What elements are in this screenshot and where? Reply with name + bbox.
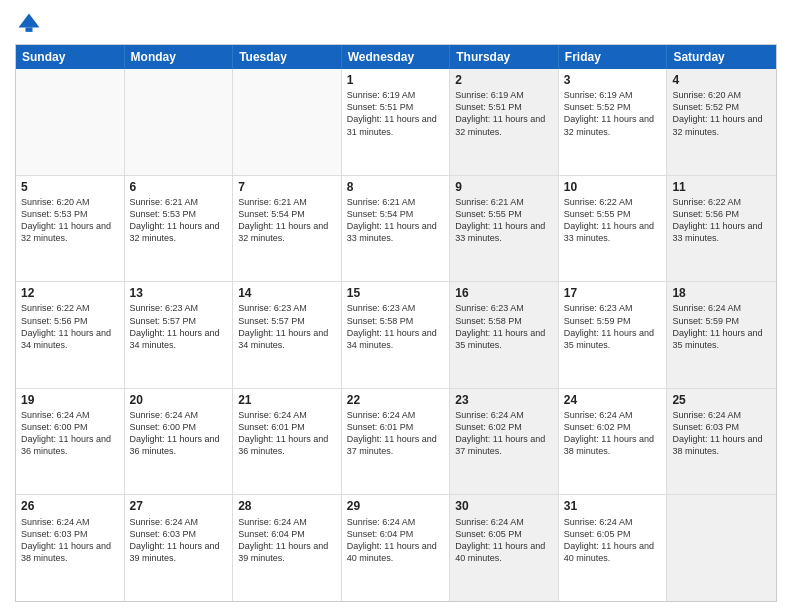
day-number: 8: [347, 179, 445, 195]
table-row: 8Sunrise: 6:21 AM Sunset: 5:54 PM Daylig…: [342, 176, 451, 282]
cell-info: Sunrise: 6:24 AM Sunset: 6:04 PM Dayligh…: [347, 516, 445, 565]
day-number: 29: [347, 498, 445, 514]
cell-info: Sunrise: 6:24 AM Sunset: 6:02 PM Dayligh…: [455, 409, 553, 458]
day-number: 7: [238, 179, 336, 195]
svg-rect-1: [26, 28, 33, 32]
day-number: 22: [347, 392, 445, 408]
day-number: 4: [672, 72, 771, 88]
table-row: 2Sunrise: 6:19 AM Sunset: 5:51 PM Daylig…: [450, 69, 559, 175]
table-row: 13Sunrise: 6:23 AM Sunset: 5:57 PM Dayli…: [125, 282, 234, 388]
day-header-wednesday: Wednesday: [342, 45, 451, 69]
day-number: 6: [130, 179, 228, 195]
table-row: 17Sunrise: 6:23 AM Sunset: 5:59 PM Dayli…: [559, 282, 668, 388]
table-row: 4Sunrise: 6:20 AM Sunset: 5:52 PM Daylig…: [667, 69, 776, 175]
table-row: 30Sunrise: 6:24 AM Sunset: 6:05 PM Dayli…: [450, 495, 559, 601]
calendar-body: 1Sunrise: 6:19 AM Sunset: 5:51 PM Daylig…: [16, 69, 776, 601]
table-row: 15Sunrise: 6:23 AM Sunset: 5:58 PM Dayli…: [342, 282, 451, 388]
day-number: 27: [130, 498, 228, 514]
calendar-row-0: 1Sunrise: 6:19 AM Sunset: 5:51 PM Daylig…: [16, 69, 776, 175]
table-row: 1Sunrise: 6:19 AM Sunset: 5:51 PM Daylig…: [342, 69, 451, 175]
day-number: 21: [238, 392, 336, 408]
table-row: 26Sunrise: 6:24 AM Sunset: 6:03 PM Dayli…: [16, 495, 125, 601]
day-number: 26: [21, 498, 119, 514]
cell-info: Sunrise: 6:24 AM Sunset: 6:01 PM Dayligh…: [238, 409, 336, 458]
day-number: 9: [455, 179, 553, 195]
day-number: 25: [672, 392, 771, 408]
table-row: 29Sunrise: 6:24 AM Sunset: 6:04 PM Dayli…: [342, 495, 451, 601]
table-row: 23Sunrise: 6:24 AM Sunset: 6:02 PM Dayli…: [450, 389, 559, 495]
day-number: 28: [238, 498, 336, 514]
cell-info: Sunrise: 6:23 AM Sunset: 5:58 PM Dayligh…: [455, 302, 553, 351]
cell-info: Sunrise: 6:22 AM Sunset: 5:55 PM Dayligh…: [564, 196, 662, 245]
cell-info: Sunrise: 6:21 AM Sunset: 5:53 PM Dayligh…: [130, 196, 228, 245]
table-row: 11Sunrise: 6:22 AM Sunset: 5:56 PM Dayli…: [667, 176, 776, 282]
cell-info: Sunrise: 6:24 AM Sunset: 6:03 PM Dayligh…: [21, 516, 119, 565]
table-row: 27Sunrise: 6:24 AM Sunset: 6:03 PM Dayli…: [125, 495, 234, 601]
day-header-friday: Friday: [559, 45, 668, 69]
day-number: 5: [21, 179, 119, 195]
day-number: 20: [130, 392, 228, 408]
cell-info: Sunrise: 6:21 AM Sunset: 5:55 PM Dayligh…: [455, 196, 553, 245]
cell-info: Sunrise: 6:24 AM Sunset: 6:05 PM Dayligh…: [564, 516, 662, 565]
table-row: 12Sunrise: 6:22 AM Sunset: 5:56 PM Dayli…: [16, 282, 125, 388]
table-row: 25Sunrise: 6:24 AM Sunset: 6:03 PM Dayli…: [667, 389, 776, 495]
calendar-row-4: 26Sunrise: 6:24 AM Sunset: 6:03 PM Dayli…: [16, 494, 776, 601]
table-row: 22Sunrise: 6:24 AM Sunset: 6:01 PM Dayli…: [342, 389, 451, 495]
day-number: 15: [347, 285, 445, 301]
day-number: 24: [564, 392, 662, 408]
cell-info: Sunrise: 6:23 AM Sunset: 5:58 PM Dayligh…: [347, 302, 445, 351]
cell-info: Sunrise: 6:22 AM Sunset: 5:56 PM Dayligh…: [672, 196, 771, 245]
day-number: 23: [455, 392, 553, 408]
cell-info: Sunrise: 6:22 AM Sunset: 5:56 PM Dayligh…: [21, 302, 119, 351]
day-header-monday: Monday: [125, 45, 234, 69]
table-row: 20Sunrise: 6:24 AM Sunset: 6:00 PM Dayli…: [125, 389, 234, 495]
header: [15, 10, 777, 38]
cell-info: Sunrise: 6:23 AM Sunset: 5:59 PM Dayligh…: [564, 302, 662, 351]
table-row: 10Sunrise: 6:22 AM Sunset: 5:55 PM Dayli…: [559, 176, 668, 282]
day-number: 30: [455, 498, 553, 514]
table-row: 19Sunrise: 6:24 AM Sunset: 6:00 PM Dayli…: [16, 389, 125, 495]
cell-info: Sunrise: 6:19 AM Sunset: 5:52 PM Dayligh…: [564, 89, 662, 138]
calendar: SundayMondayTuesdayWednesdayThursdayFrid…: [15, 44, 777, 602]
cell-info: Sunrise: 6:24 AM Sunset: 6:05 PM Dayligh…: [455, 516, 553, 565]
table-row: [667, 495, 776, 601]
calendar-row-1: 5Sunrise: 6:20 AM Sunset: 5:53 PM Daylig…: [16, 175, 776, 282]
cell-info: Sunrise: 6:24 AM Sunset: 6:00 PM Dayligh…: [130, 409, 228, 458]
svg-marker-0: [19, 14, 40, 28]
day-number: 2: [455, 72, 553, 88]
day-number: 14: [238, 285, 336, 301]
table-row: 6Sunrise: 6:21 AM Sunset: 5:53 PM Daylig…: [125, 176, 234, 282]
table-row: 28Sunrise: 6:24 AM Sunset: 6:04 PM Dayli…: [233, 495, 342, 601]
day-number: 17: [564, 285, 662, 301]
calendar-row-3: 19Sunrise: 6:24 AM Sunset: 6:00 PM Dayli…: [16, 388, 776, 495]
table-row: 31Sunrise: 6:24 AM Sunset: 6:05 PM Dayli…: [559, 495, 668, 601]
day-number: 11: [672, 179, 771, 195]
table-row: 16Sunrise: 6:23 AM Sunset: 5:58 PM Dayli…: [450, 282, 559, 388]
cell-info: Sunrise: 6:24 AM Sunset: 5:59 PM Dayligh…: [672, 302, 771, 351]
day-number: 19: [21, 392, 119, 408]
calendar-row-2: 12Sunrise: 6:22 AM Sunset: 5:56 PM Dayli…: [16, 281, 776, 388]
day-number: 16: [455, 285, 553, 301]
day-number: 10: [564, 179, 662, 195]
logo-icon: [15, 10, 43, 38]
cell-info: Sunrise: 6:24 AM Sunset: 6:03 PM Dayligh…: [130, 516, 228, 565]
table-row: 3Sunrise: 6:19 AM Sunset: 5:52 PM Daylig…: [559, 69, 668, 175]
table-row: 7Sunrise: 6:21 AM Sunset: 5:54 PM Daylig…: [233, 176, 342, 282]
day-number: 18: [672, 285, 771, 301]
day-number: 12: [21, 285, 119, 301]
table-row: 24Sunrise: 6:24 AM Sunset: 6:02 PM Dayli…: [559, 389, 668, 495]
table-row: 14Sunrise: 6:23 AM Sunset: 5:57 PM Dayli…: [233, 282, 342, 388]
cell-info: Sunrise: 6:23 AM Sunset: 5:57 PM Dayligh…: [238, 302, 336, 351]
cell-info: Sunrise: 6:23 AM Sunset: 5:57 PM Dayligh…: [130, 302, 228, 351]
table-row: [16, 69, 125, 175]
cell-info: Sunrise: 6:19 AM Sunset: 5:51 PM Dayligh…: [347, 89, 445, 138]
day-header-sunday: Sunday: [16, 45, 125, 69]
page: SundayMondayTuesdayWednesdayThursdayFrid…: [0, 0, 792, 612]
cell-info: Sunrise: 6:21 AM Sunset: 5:54 PM Dayligh…: [238, 196, 336, 245]
calendar-header: SundayMondayTuesdayWednesdayThursdayFrid…: [16, 45, 776, 69]
table-row: 21Sunrise: 6:24 AM Sunset: 6:01 PM Dayli…: [233, 389, 342, 495]
day-number: 1: [347, 72, 445, 88]
table-row: 9Sunrise: 6:21 AM Sunset: 5:55 PM Daylig…: [450, 176, 559, 282]
logo: [15, 10, 47, 38]
day-number: 3: [564, 72, 662, 88]
